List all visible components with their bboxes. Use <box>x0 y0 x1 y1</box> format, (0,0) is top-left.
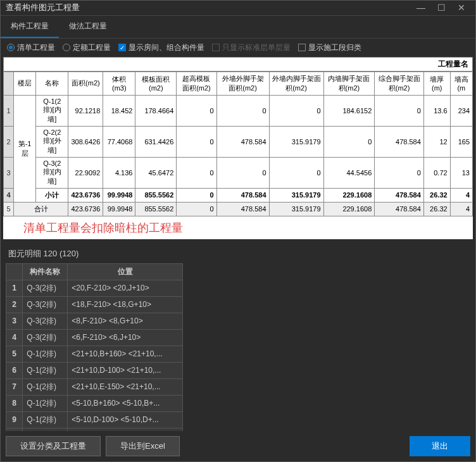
position-cell: <5-10,B+160> <5-10,B+... <box>68 395 183 411</box>
value-cell: 478.584 <box>216 126 269 157</box>
check-icon <box>298 44 306 51</box>
col-volume[interactable]: 体积(m3) <box>103 72 135 95</box>
value-cell: 478.584 <box>375 126 424 157</box>
value-cell: 92.1218 <box>68 95 103 126</box>
col-position[interactable]: 位置 <box>68 263 183 280</box>
value-cell: 0.72 <box>423 157 450 188</box>
value-cell: 0 <box>177 157 216 188</box>
value-cell: 229.1608 <box>323 202 375 216</box>
value-cell: 315.9179 <box>269 188 323 202</box>
component-name-cell: Q-3(2排) <box>23 329 68 346</box>
component-name-cell: Q-3(2排) <box>23 280 68 296</box>
list-item[interactable]: 9Q-1(2排)<5-10,D-100> <5-10,D+... <box>6 411 183 428</box>
col-ext-inner[interactable]: 外墙内脚手架面积(m2) <box>269 72 323 95</box>
value-cell: 99.9948 <box>103 202 135 216</box>
main-table: 楼层 名称 面积(m2) 体积(m3) 模板面积(m2) 超高模板面积(m2) … <box>3 72 473 216</box>
value-cell: 315.9179 <box>269 202 323 216</box>
list-item[interactable]: 6Q-1(2排)<21+10,D-100> <21+10,... <box>6 362 183 378</box>
checkbox-show-section[interactable]: 显示施工段归类 <box>298 42 361 53</box>
value-cell: 308.6426 <box>68 126 103 157</box>
table-row[interactable]: 2Q-2(2排)[外墙]308.642677.4068631.44260478.… <box>4 126 473 157</box>
detail-table-area[interactable]: 构件名称 位置 1Q-3(2排)<20,F-210> <20,J+10>2Q-3… <box>6 263 470 431</box>
value-cell: 44.5456 <box>323 157 375 188</box>
value-cell: 855.5562 <box>135 188 177 202</box>
position-cell: <8,F-210> <8,G+10> <box>68 313 183 329</box>
list-item[interactable]: 1Q-3(2排)<20,F-210> <20,J+10> <box>6 280 183 296</box>
list-item[interactable]: 3Q-3(2排)<8,F-210> <8,G+10> <box>6 313 183 329</box>
export-excel-button[interactable]: 导出到Excel <box>106 436 180 456</box>
col-thickness[interactable]: 墙厚(m) <box>423 72 450 95</box>
list-item[interactable]: 5Q-1(2排)<21+10,B+160> <21+10,... <box>6 346 183 362</box>
value-cell: 99.9948 <box>103 188 135 202</box>
value-cell: 315.9179 <box>269 126 323 157</box>
value-cell: 13 <box>450 157 472 188</box>
subtotal-row[interactable]: 4小计423.673699.9948855.55620478.584315.91… <box>4 188 473 202</box>
close-button[interactable]: ✕ <box>453 1 470 14</box>
value-cell: 478.584 <box>216 202 269 216</box>
rownum-header <box>6 263 23 280</box>
checkbox-show-room[interactable]: ✓ 显示房间、组合构件量 <box>118 42 204 53</box>
col-comp-scaff[interactable]: 综合脚手架面积(m2) <box>375 72 424 95</box>
col-ext-outer[interactable]: 外墙外脚手架面积(m2) <box>216 72 269 95</box>
value-cell: 0 <box>323 126 375 157</box>
total-row[interactable]: 5合计423.673699.9948855.55620478.584315.91… <box>4 202 473 216</box>
col-height[interactable]: 墙高(m <box>450 72 472 95</box>
floor-cell: 第-1层 <box>14 95 36 202</box>
rownum: 9 <box>6 411 23 428</box>
radio-quota-quantity[interactable]: 定额工程量 <box>63 42 111 53</box>
position-cell: <21+10,B+160> <21+10,... <box>68 346 183 362</box>
deduction-note: 清单工程量会扣除暗柱的工程量 <box>3 216 473 239</box>
filter-toolbar: 清单工程量 定额工程量 ✓ 显示房间、组合构件量 只显示标准层单层量 显示施工段… <box>1 39 475 57</box>
value-cell: 229.1608 <box>323 188 375 202</box>
col-floor[interactable]: 楼层 <box>14 72 36 95</box>
check-icon: ✓ <box>118 44 126 51</box>
value-cell: 22.9092 <box>68 157 103 188</box>
tab-component-quantity[interactable]: 构件工程量 <box>1 16 59 38</box>
maximize-button[interactable]: ☐ <box>432 1 450 14</box>
footer-bar: 设置分类及工程量 导出到Excel 退出 <box>1 431 475 461</box>
value-cell: 0 <box>177 188 216 202</box>
col-int-scaff[interactable]: 内墙脚手架面积(m2) <box>323 72 375 95</box>
value-cell: 165 <box>450 126 472 157</box>
list-item[interactable]: 8Q-1(2排)<5-10,B+160> <5-10,B+... <box>6 395 183 411</box>
exit-button[interactable]: 退出 <box>410 436 470 456</box>
name-cell: Q-2(2排)[外墙] <box>36 126 68 157</box>
category-button[interactable]: 设置分类及工程量 <box>6 436 101 456</box>
list-item[interactable]: 7Q-1(2排)<21+10,E-150> <21+10,... <box>6 378 183 395</box>
minimize-button[interactable]: — <box>412 1 430 14</box>
col-form-area[interactable]: 模板面积(m2) <box>135 72 177 95</box>
component-name-cell: Q-1(2排) <box>23 395 68 411</box>
table-row[interactable]: 1第-1层Q-1(2排)[内墙]92.121818.452178.4664000… <box>4 95 473 126</box>
titlebar[interactable]: 查看构件图元工程量 — ☐ ✕ <box>1 1 475 16</box>
value-cell: 0 <box>375 157 424 188</box>
position-cell: <6,F-210> <6,J+10> <box>68 329 183 346</box>
value-cell: 45.6472 <box>135 157 177 188</box>
tab-method-quantity[interactable]: 做法工程量 <box>59 16 117 38</box>
main-table-area[interactable]: 楼层 名称 面积(m2) 体积(m3) 模板面积(m2) 超高模板面积(m2) … <box>3 72 473 216</box>
rownum-header <box>4 72 14 95</box>
col-name[interactable]: 名称 <box>36 72 68 95</box>
value-cell: 26.32 <box>423 202 450 216</box>
total-label: 合计 <box>14 202 68 216</box>
col-high-form[interactable]: 超高模板面积(m2) <box>177 72 216 95</box>
col-component-name[interactable]: 构件名称 <box>23 263 68 280</box>
component-name-cell: Q-1(2排) <box>23 411 68 428</box>
detail-header-row: 构件名称 位置 <box>6 263 183 280</box>
component-name-cell: Q-3(2排) <box>23 313 68 329</box>
rownum: 8 <box>6 395 23 411</box>
list-item[interactable]: 2Q-3(2排)<18,F-210> <18,G+10> <box>6 296 183 313</box>
rownum: 1 <box>4 95 14 126</box>
value-cell: 478.584 <box>375 188 424 202</box>
value-cell: 855.5562 <box>135 202 177 216</box>
col-area[interactable]: 面积(m2) <box>68 72 103 95</box>
radio-list-quantity[interactable]: 清单工程量 <box>7 42 55 53</box>
rownum: 2 <box>6 296 23 313</box>
list-item[interactable]: 4Q-3(2排)<6,F-210> <6,J+10> <box>6 329 183 346</box>
radio-icon <box>7 44 15 51</box>
rownum: 6 <box>6 362 23 378</box>
table-row[interactable]: 3Q-3(2排)[内墙]22.90924.13645.647200044.545… <box>4 157 473 188</box>
rownum: 7 <box>6 378 23 395</box>
value-cell: 4.136 <box>103 157 135 188</box>
subtotal-label: 小计 <box>36 188 68 202</box>
value-cell: 178.4664 <box>135 95 177 126</box>
